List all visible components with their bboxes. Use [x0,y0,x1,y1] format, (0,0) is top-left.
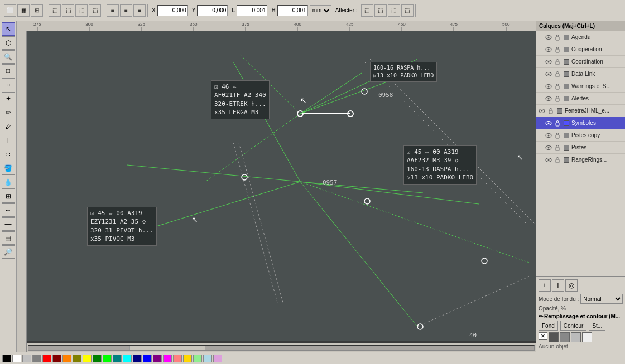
colorbar-swatch-17[interactable] [173,355,182,362]
align-btn3[interactable]: ⬚ [75,4,88,17]
add-layer-btn[interactable]: + [539,279,551,292]
measure-tool[interactable]: ⊞ [2,190,15,203]
layer-item-agenda[interactable]: Agenda [536,31,625,43]
align-btn2[interactable]: ⬚ [62,4,74,17]
align-btn1[interactable]: ⬚ [49,4,61,17]
colorbar-swatch-9[interactable] [93,355,102,362]
swatch-light[interactable] [571,332,581,342]
stroke-btn[interactable]: St... [589,321,605,331]
circle-tool[interactable]: ○ [2,78,15,91]
layer-lock-pistescopy[interactable] [554,132,561,139]
fill-tool[interactable]: 🪣 [2,162,15,175]
colorbar-swatch-2[interactable] [22,355,31,362]
text-layer-btn[interactable]: T [552,279,564,292]
swatch-white[interactable] [582,332,592,342]
layer-eye-agenda[interactable] [545,33,552,41]
layer-item-alertes[interactable]: Alertes [536,93,625,105]
gradient-tool[interactable]: ▤ [2,231,15,245]
colorbar-swatch-0[interactable] [2,355,11,362]
new-btn[interactable]: ⬜ [4,4,16,17]
contour-btn[interactable]: Contour [560,321,587,331]
layer-lock-datalink[interactable] [554,70,561,78]
unit-select[interactable]: mm px cm [310,5,331,16]
hscroll-track[interactable] [28,345,535,351]
order-btn3[interactable]: ≡ [133,4,146,17]
layer-item-rangerings[interactable]: RangeRings... [536,154,625,166]
l-input[interactable] [237,5,267,16]
layer-lock-warnings[interactable] [554,82,561,90]
colorbar-swatch-8[interactable] [83,355,92,362]
star-tool[interactable]: ✦ [2,92,15,105]
affecter-btn4[interactable]: ⬚ [401,4,414,17]
colorbar-swatch-14[interactable] [143,355,152,362]
pencil-tool[interactable]: ✏ [2,106,15,119]
colorbar-swatch-15[interactable] [153,355,162,362]
x-input[interactable] [157,5,188,16]
colorbar-swatch-13[interactable] [133,355,142,362]
layer-item-datalink[interactable]: Data Link [536,68,625,80]
zoom2-tool[interactable]: 🔎 [2,245,15,259]
fond-btn[interactable]: Fond [539,321,558,331]
eyedrop-tool[interactable]: 💧 [2,176,15,189]
zoom-tool[interactable]: 🔍 [2,50,15,64]
colorbar-swatch-19[interactable] [193,355,202,362]
layer-eye-pistes[interactable] [545,144,552,152]
swatch-dark[interactable] [549,332,559,342]
layer-item-fenetrejhml[interactable]: FenetreJHML_e... [536,105,625,117]
affecter-btn3[interactable]: ⬚ [388,4,400,17]
layer-item-coordination[interactable]: Coordination [536,56,625,68]
layer-item-cooperation[interactable]: Coopération [536,43,625,56]
colorbar-swatch-16[interactable] [163,355,172,362]
layer-item-pistes[interactable]: Pistes [536,142,625,154]
spray-tool[interactable]: ∷ [2,148,15,161]
layer-eye-warnings[interactable] [545,82,552,90]
layer-lock-rangerings[interactable] [554,156,561,164]
grid2-btn[interactable]: ⊞ [31,4,43,17]
layer-eye-cooperation[interactable] [545,46,552,54]
colorbar-swatch-7[interactable] [73,355,81,362]
transform-tool[interactable]: ↔ [2,203,15,217]
layer-lock-agenda[interactable] [554,33,561,41]
text-tool[interactable]: T [2,134,15,147]
colorbar-swatch-1[interactable] [12,355,21,362]
rect-tool[interactable]: □ [2,64,15,77]
grid-btn[interactable]: ▦ [17,4,30,17]
layer-lock-coordination[interactable] [554,58,561,66]
affecter-btn1[interactable]: ⬚ [361,4,373,17]
colorbar-swatch-12[interactable] [123,355,132,362]
pen-tool[interactable]: 🖊 [2,120,15,133]
horizontal-scrollbar[interactable] [27,343,536,352]
layer-eye-datalink[interactable] [545,70,552,78]
object-layer-btn[interactable]: ◎ [565,279,578,292]
delete-color-btn[interactable]: ✕ [539,332,547,340]
layer-item-warnings[interactable]: Warnings et S... [536,80,625,93]
colorbar-swatch-3[interactable] [32,355,41,362]
order-btn1[interactable]: ≡ [107,4,119,17]
layer-eye-coordination[interactable] [545,58,552,66]
colorbar-swatch-10[interactable] [103,355,112,362]
colorbar-swatch-18[interactable] [183,355,192,362]
order-btn2[interactable]: ≡ [120,4,132,17]
colorbar-swatch-4[interactable] [42,355,51,362]
layer-eye-rangerings[interactable] [545,156,552,164]
layer-lock-pistes[interactable] [554,144,561,152]
canvas[interactable]: 160-16 RASPA h... ▷13 x10 PADKO LFBO ☑ 4… [27,31,536,341]
colorbar-swatch-5[interactable] [52,355,61,362]
affecter-btn2[interactable]: ⬚ [374,4,387,17]
layer-lock-symboles[interactable] [554,119,561,127]
layer-eye-fenetrejhml[interactable] [538,107,546,115]
connector-tool[interactable]: — [2,217,15,231]
layer-item-pistescopy[interactable]: Pistes copy [536,129,625,142]
hscroll-thumb[interactable] [129,346,205,350]
colorbar-swatch-6[interactable] [62,355,71,362]
layer-eye-symboles[interactable] [545,119,552,127]
layer-lock-fenetrejhml[interactable] [547,107,555,115]
h-input[interactable] [277,5,308,16]
swatch-mid[interactable] [560,332,570,342]
align-btn4[interactable]: ⬚ [89,4,101,17]
colorbar-swatch-21[interactable] [213,355,222,362]
colorbar-swatch-11[interactable] [113,355,122,362]
node-tool[interactable]: ⬡ [2,36,15,50]
layer-item-symboles[interactable]: Symboles [536,117,625,129]
colorbar-swatch-20[interactable] [203,355,212,362]
